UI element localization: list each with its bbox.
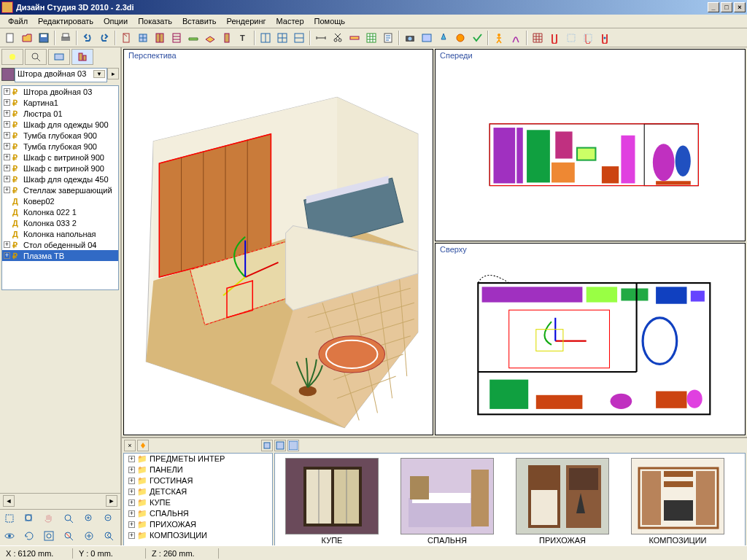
- maximize-button[interactable]: □: [721, 2, 732, 12]
- viewport-perspective[interactable]: Перспектива: [123, 49, 433, 435]
- tree-item[interactable]: ДКолонка напольная: [2, 228, 118, 239]
- new-icon[interactable]: [2, 30, 18, 46]
- measure-icon[interactable]: [347, 30, 363, 46]
- tree-item[interactable]: +₽Картина1: [2, 97, 118, 108]
- menu-show[interactable]: Показать: [133, 15, 177, 27]
- snap4-icon[interactable]: [597, 30, 613, 46]
- catalog-close-button[interactable]: ×: [124, 440, 136, 451]
- tree-item[interactable]: +₽Шкаф для одежды 450: [2, 174, 118, 184]
- catalog-folder[interactable]: +📁 ПРИХОЖАЯ: [124, 519, 272, 530]
- report-icon[interactable]: [380, 30, 396, 46]
- thumb-med-icon[interactable]: [274, 440, 286, 451]
- tree-item[interactable]: ДКолонка 033 2: [2, 217, 118, 228]
- thumb-large-icon[interactable]: [287, 440, 299, 451]
- catalog-folder[interactable]: +📁 ДЕТСКАЯ: [124, 486, 272, 497]
- catalog-folder[interactable]: +📁 КУПЕ: [124, 497, 272, 508]
- select-extra-button[interactable]: ▸: [107, 68, 119, 79]
- menu-insert[interactable]: Вставить: [177, 15, 222, 27]
- menu-wizard[interactable]: Мастер: [271, 15, 309, 27]
- select-tool-icon[interactable]: [1, 510, 18, 526]
- lp-tab-light[interactable]: [1, 49, 23, 65]
- lp-tab-wall[interactable]: [48, 49, 70, 65]
- worktop-icon[interactable]: [185, 30, 201, 46]
- snap1-icon[interactable]: [546, 30, 562, 46]
- fit-icon[interactable]: [40, 528, 58, 544]
- menu-options[interactable]: Опции: [98, 15, 133, 27]
- rotate-icon[interactable]: [20, 528, 38, 544]
- object-select[interactable]: Штора двойная 03: [15, 68, 107, 82]
- zoom-in-icon[interactable]: [80, 510, 98, 526]
- tree-item[interactable]: +₽Шкаф с витриной 900: [2, 163, 118, 174]
- window-icon[interactable]: [135, 30, 151, 46]
- cut-icon[interactable]: [330, 30, 346, 46]
- render-icon[interactable]: [419, 30, 435, 46]
- menu-edit[interactable]: Редактировать: [33, 15, 98, 27]
- material-swatch[interactable]: [1, 68, 15, 81]
- door-icon[interactable]: [118, 30, 134, 46]
- wardrobe-icon[interactable]: [152, 30, 168, 46]
- spreadsheet-icon[interactable]: [363, 30, 379, 46]
- scene-tree[interactable]: +₽Штора двойная 03+₽Картина1+₽Люстра 01+…: [1, 85, 119, 290]
- material-icon[interactable]: [452, 30, 468, 46]
- tree-item[interactable]: +₽Штора двойная 03: [2, 86, 118, 97]
- tree-item[interactable]: ДКовер02: [2, 195, 118, 206]
- minimize-button[interactable]: _: [708, 2, 719, 12]
- grid-icon[interactable]: [530, 30, 546, 46]
- tree-item[interactable]: +₽Стеллаж завершающий: [2, 184, 118, 195]
- catalog-folder[interactable]: +📁 ПРЕДМЕТЫ ИНТЕР: [124, 454, 272, 464]
- catalog-pin-button[interactable]: [137, 440, 149, 451]
- panel-icon[interactable]: [219, 30, 235, 46]
- open-icon[interactable]: [19, 30, 35, 46]
- layout1-icon[interactable]: [258, 30, 274, 46]
- text-icon[interactable]: T: [236, 30, 252, 46]
- layout3-icon[interactable]: [291, 30, 307, 46]
- menu-render[interactable]: Рендеринг: [222, 15, 271, 27]
- redo-icon[interactable]: [96, 30, 112, 46]
- tree-item[interactable]: +₽Шкаф для одежды 900: [2, 119, 118, 130]
- thumb-small-icon[interactable]: [261, 440, 273, 451]
- apply-icon[interactable]: [469, 30, 485, 46]
- snap3-icon[interactable]: [580, 30, 596, 46]
- nav-right-button[interactable]: ►: [106, 495, 117, 507]
- tree-item[interactable]: +₽Люстра 01: [2, 108, 118, 119]
- thumb-spalnya[interactable]: СПАЛЬНЯ: [400, 458, 494, 545]
- light-icon[interactable]: [436, 30, 452, 46]
- undo-icon[interactable]: [80, 30, 96, 46]
- orbit-icon[interactable]: [1, 528, 18, 544]
- human-icon[interactable]: [491, 30, 507, 46]
- viewport-front[interactable]: Спереди: [435, 49, 746, 241]
- menu-file[interactable]: Файл: [3, 15, 33, 27]
- catalog-tree[interactable]: +📁 ПРЕДМЕТЫ ИНТЕР+📁 ПАНЕЛИ+📁 ГОСТИНАЯ+📁 …: [123, 453, 273, 545]
- tree-item[interactable]: +₽Плазма ТВ: [2, 250, 118, 261]
- catalog-folder[interactable]: +📁 СПАЛЬНЯ: [124, 508, 272, 519]
- dimension-icon[interactable]: [313, 30, 329, 46]
- zoom-out-icon[interactable]: [100, 510, 117, 526]
- zoom-sel-icon[interactable]: [60, 528, 77, 544]
- menu-help[interactable]: Помощь: [309, 15, 351, 27]
- catalog-folder[interactable]: +📁 КОМПОЗИЦИИ: [124, 530, 272, 541]
- zoom-icon[interactable]: [60, 510, 77, 526]
- shelf-icon[interactable]: [169, 30, 185, 46]
- nav-left-button[interactable]: ◄: [3, 495, 15, 507]
- camera-icon[interactable]: [402, 30, 418, 46]
- walk-icon[interactable]: [508, 30, 524, 46]
- tree-item[interactable]: +₽Шкаф с витриной 900: [2, 152, 118, 163]
- print-icon[interactable]: [58, 30, 74, 46]
- snap2-icon[interactable]: [563, 30, 579, 46]
- catalog-folder[interactable]: +📁 ПАНЕЛИ: [124, 464, 272, 475]
- viewport-top[interactable]: Сверху: [435, 243, 746, 435]
- pan-icon[interactable]: [40, 510, 58, 526]
- tree-item[interactable]: +₽Стол обеденный 04: [2, 239, 118, 250]
- close-button[interactable]: ×: [734, 2, 746, 12]
- zoom-prev-icon[interactable]: [100, 528, 117, 544]
- lp-tab-search[interactable]: [25, 49, 47, 65]
- part-icon[interactable]: [202, 30, 218, 46]
- lp-tab-objects[interactable]: [71, 49, 93, 65]
- save-icon[interactable]: [36, 30, 52, 46]
- catalog-folder[interactable]: +📁 ГОСТИНАЯ: [124, 475, 272, 486]
- thumb-kompozicii[interactable]: КОМПОЗИЦИИ: [631, 458, 724, 545]
- tree-item[interactable]: ДКолонка 022 1: [2, 206, 118, 217]
- layout2-icon[interactable]: [274, 30, 290, 46]
- tree-item[interactable]: +₽Тумба глубокая 900: [2, 130, 118, 141]
- zoom-all-icon[interactable]: [80, 528, 98, 544]
